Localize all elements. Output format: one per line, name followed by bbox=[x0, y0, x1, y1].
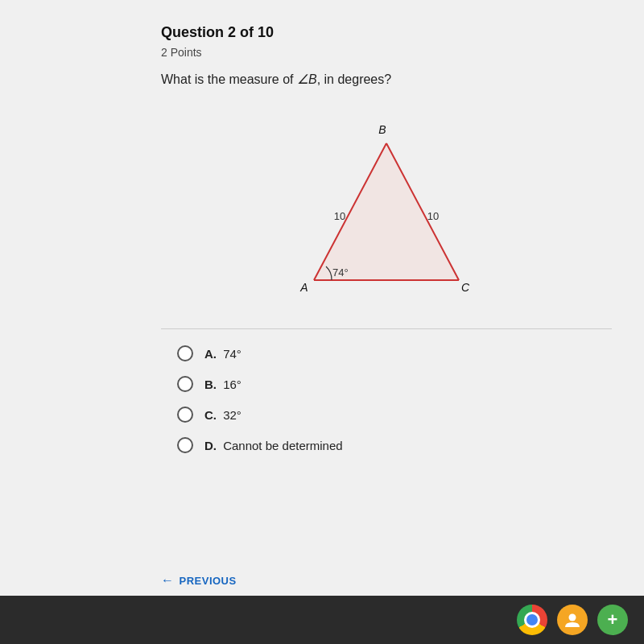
answer-option-c[interactable]: C. 32° bbox=[177, 407, 612, 423]
main-content: Question 2 of 10 2 Points What is the me… bbox=[0, 0, 644, 596]
radio-c[interactable] bbox=[177, 407, 193, 423]
svg-point-4 bbox=[569, 614, 576, 621]
radio-d[interactable] bbox=[177, 437, 193, 453]
question-text-part1: What is the measure of bbox=[161, 72, 297, 86]
previous-arrow-icon: ← bbox=[161, 573, 175, 588]
side-left-label: 10 bbox=[334, 210, 345, 222]
side-right-label: 10 bbox=[427, 210, 439, 222]
points-label: 2 Points bbox=[161, 46, 612, 59]
answer-option-a[interactable]: A. 74° bbox=[177, 345, 612, 361]
chrome-icon[interactable] bbox=[517, 605, 547, 635]
answers-section: A. 74° B. 16° C. 32° D. Cannot be determ… bbox=[161, 345, 612, 453]
vertex-c-label: C bbox=[461, 281, 470, 294]
answer-text-b: B. 16° bbox=[204, 378, 242, 391]
user-icon[interactable] bbox=[557, 605, 588, 635]
taskbar: + bbox=[0, 596, 644, 644]
previous-label: PREVIOUS bbox=[180, 575, 237, 587]
answer-text-c: C. 32° bbox=[204, 408, 242, 422]
previous-button[interactable]: ← PREVIOUS bbox=[161, 573, 237, 588]
divider bbox=[161, 328, 612, 329]
triangle-diagram: B A C 10 10 74° bbox=[274, 103, 499, 312]
answer-option-d[interactable]: D. Cannot be determined bbox=[177, 437, 612, 453]
question-text: What is the measure of ∠B, in degrees? bbox=[161, 72, 612, 87]
vertex-a-label: A bbox=[299, 281, 308, 294]
answer-option-b[interactable]: B. 16° bbox=[177, 376, 612, 392]
question-progress: Question 2 of 10 bbox=[161, 24, 612, 41]
radio-b[interactable] bbox=[177, 376, 193, 392]
triangle-svg: B A C 10 10 74° bbox=[298, 111, 475, 304]
vertex-b-label: B bbox=[378, 123, 386, 136]
answer-text-d: D. Cannot be determined bbox=[204, 439, 343, 452]
angle-a-label: 74° bbox=[332, 266, 349, 279]
answer-text-a: A. 74° bbox=[204, 347, 242, 361]
add-icon[interactable]: + bbox=[597, 605, 628, 635]
question-text-part2: , in degrees? bbox=[317, 72, 392, 86]
user-svg bbox=[564, 611, 581, 629]
angle-symbol: ∠B bbox=[297, 72, 317, 86]
radio-a[interactable] bbox=[177, 345, 193, 361]
